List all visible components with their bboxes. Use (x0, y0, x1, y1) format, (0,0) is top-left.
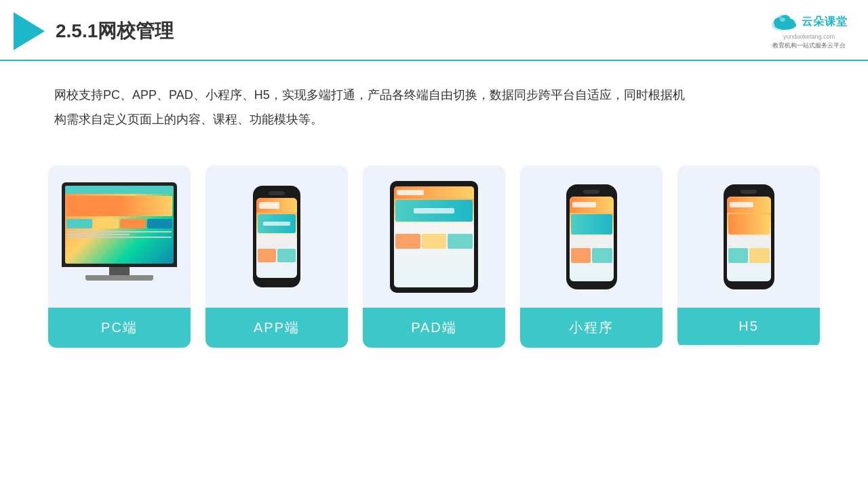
h5-cards (728, 248, 770, 263)
h5-banner (728, 214, 770, 235)
card-app-image (205, 165, 348, 308)
app-icon-1 (258, 235, 269, 243)
pc-mini-text (65, 230, 174, 241)
pad-course-3 (448, 234, 473, 249)
app-screen-header (256, 198, 297, 213)
pc-neck (109, 267, 130, 275)
app-course-1 (258, 249, 276, 262)
pad-course-2 (422, 234, 447, 249)
pad-icon-2 (415, 223, 433, 232)
pad-course-1 (395, 234, 420, 249)
brand-name: 云朵课堂 (802, 15, 848, 29)
platform-cards: PC端 (0, 152, 868, 361)
mp-icon-3 (599, 236, 612, 244)
line2 (67, 234, 130, 235)
pad-banner-text (414, 208, 454, 214)
mini-card-4 (147, 219, 173, 228)
h5-screen (727, 197, 771, 281)
brand-slogan: 教育机构一站式服务云平台 (772, 41, 846, 50)
pc-base (85, 275, 153, 281)
miniprogram-screen (570, 197, 614, 281)
pad-screen-header (394, 186, 474, 199)
card-miniprogram-label: 小程序 (520, 308, 663, 348)
cloud-icon (770, 13, 797, 32)
logo-triangle-icon (14, 12, 45, 50)
card-pad-label: PAD端 (363, 308, 505, 348)
h5-notch (741, 190, 757, 194)
header-left: 2.5.1网校管理 (14, 12, 174, 50)
phone-notch (269, 191, 285, 195)
miniprogram-header (570, 197, 614, 213)
mp-icon-2 (585, 236, 598, 244)
pad-icon-3 (435, 223, 453, 232)
card-miniprogram: 小程序 (520, 165, 663, 348)
mp-line-1 (571, 245, 612, 247)
pc-screen-outer (62, 182, 177, 267)
app-icons-row (258, 235, 296, 243)
h5-logo-mini (730, 202, 753, 207)
mini-card-3 (120, 219, 146, 228)
mini-card-1 (66, 219, 92, 228)
h5-icon-3 (757, 236, 770, 244)
pc-mini-header (65, 186, 174, 194)
h5-phone-mockup (724, 184, 774, 289)
line1 (67, 231, 172, 232)
pc-mini-hero (66, 196, 172, 216)
mini-card-2 (94, 219, 119, 228)
h5-line-1 (728, 245, 770, 247)
brand-cloud: 云朵课堂 (770, 13, 848, 32)
miniprogram-phone-mockup (566, 184, 617, 289)
pad-screen-body (394, 199, 474, 250)
page-title: 2.5.1网校管理 (56, 18, 174, 44)
mp-card-1 (571, 248, 591, 263)
card-pad: PAD端 (363, 165, 505, 348)
card-pc-label: PC端 (48, 308, 191, 348)
svg-point-6 (787, 19, 795, 27)
app-screen-body (256, 213, 297, 264)
app-course-2 (277, 249, 296, 262)
miniprogram-logo-mini (572, 202, 596, 207)
card-h5-image (677, 165, 820, 308)
card-pc-image (48, 165, 191, 308)
pc-screen-inner (65, 186, 174, 264)
app-banner-text (263, 222, 290, 226)
app-banner (258, 214, 296, 233)
card-app-label: APP端 (205, 308, 348, 348)
app-icon-3 (284, 235, 296, 243)
h5-card-2 (749, 248, 770, 263)
pad-cards-row (395, 234, 473, 249)
pad-icon-4 (454, 223, 473, 232)
description-text: 网校支持PC、APP、PAD、小程序、H5，实现多端打通，产品各终端自由切换，数… (0, 61, 746, 145)
h5-icon-2 (743, 236, 755, 244)
h5-icon-1 (728, 236, 741, 244)
h5-icons (728, 236, 770, 244)
card-app: APP端 (205, 165, 348, 348)
pad-banner (395, 200, 473, 222)
line3 (67, 237, 172, 238)
miniprogram-icons (571, 236, 612, 244)
pad-logo-mini (397, 190, 424, 195)
miniprogram-notch (583, 190, 599, 194)
h5-body (727, 213, 771, 264)
mp-icon-1 (571, 236, 584, 244)
app-phone-mockup (253, 186, 300, 287)
svg-point-7 (780, 18, 785, 22)
app-logo-mini (259, 202, 279, 209)
mp-cards (571, 248, 612, 263)
brand-logo: 云朵课堂 yunduoketang.com 教育机构一站式服务云平台 (770, 13, 848, 50)
h5-card-1 (728, 248, 749, 263)
card-h5-label: H5 (677, 308, 820, 345)
description-paragraph: 网校支持PC、APP、PAD、小程序、H5，实现多端打通，产品各终端自由切换，数… (54, 83, 692, 131)
brand-url: yunduoketang.com (783, 33, 835, 40)
card-miniprogram-image (520, 165, 663, 308)
pc-mockup (62, 182, 177, 291)
app-line-2 (258, 246, 284, 247)
pad-icons-row (395, 223, 473, 232)
app-phone-screen (256, 198, 297, 278)
app-line-1 (258, 244, 296, 245)
pad-icon-1 (395, 223, 414, 232)
miniprogram-body (570, 213, 614, 264)
page-header: 2.5.1网校管理 云朵课堂 yunduoketang.com 教育机构一站式服… (0, 0, 868, 61)
pad-tablet-screen (394, 186, 474, 287)
pc-mini-cards (65, 218, 174, 230)
